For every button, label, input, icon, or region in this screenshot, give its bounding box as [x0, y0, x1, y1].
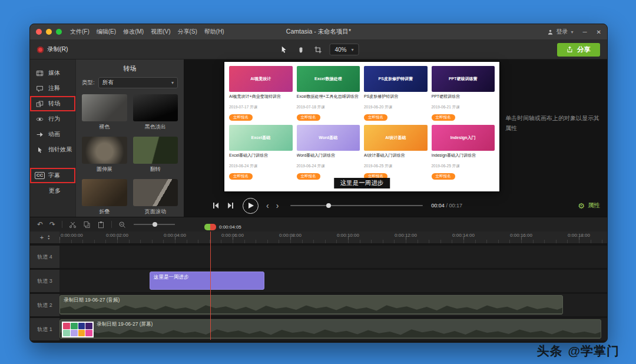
card-banner: PS皮肤修护特训营 — [364, 66, 428, 92]
properties-button[interactable]: ⚙ 属性 — [578, 201, 600, 210]
sidebar-item-animations[interactable]: 动画 — [30, 127, 75, 142]
chevron-down-icon: ▾ — [48, 237, 49, 240]
mac-close-button[interactable] — [36, 29, 42, 35]
sidebar-item-behaviors[interactable]: 行为 — [30, 111, 75, 127]
share-button[interactable]: 分享 — [557, 43, 600, 57]
card-cta: 立即报名 — [229, 114, 253, 121]
add-track-button[interactable]: + — [40, 234, 44, 241]
card-banner: Indesign入门 — [432, 125, 495, 151]
undo-button[interactable]: ↶ — [37, 221, 43, 228]
transition-item-page-roll[interactable]: 页面滚动 — [133, 179, 178, 216]
pointer-tool-icon[interactable] — [278, 44, 289, 55]
previous-clip-button[interactable]: ‹ — [263, 201, 273, 210]
minimize-button[interactable]: ─ — [583, 29, 587, 35]
transition-item-flip[interactable]: 翻转 — [133, 137, 178, 173]
tracks: 轨道 4 轨道 3 这里是一周进步 轨道 2 录制日期 19-06-27 (音频… — [30, 243, 607, 340]
gear-icon: ⚙ — [578, 202, 585, 210]
play-button[interactable] — [243, 198, 259, 214]
time-separator: / — [446, 203, 448, 209]
menu-modify[interactable]: 修改(M) — [123, 28, 144, 36]
step-back-button[interactable] — [208, 202, 223, 209]
transitions-panel: 转场 类型: 所有 ▾ 褪色 黑色淡出 — [75, 59, 184, 217]
playhead-handle[interactable]: 0:00:04:05 — [204, 224, 241, 230]
record-icon — [37, 47, 44, 53]
play-icon — [249, 203, 254, 209]
transition-thumbnail[interactable] — [133, 137, 178, 164]
copy-button[interactable] — [83, 221, 91, 229]
card-banner: AI设计基础 — [364, 125, 428, 151]
timeline-zoom-slider[interactable] — [134, 224, 175, 225]
track-header[interactable]: 轨道 3 — [30, 270, 59, 292]
ruler-row: + ▴▾ 0:00:00:00 0:00:02:00 0:00:04:00 0:… — [30, 231, 607, 243]
sidebar-item-label: 注释 — [48, 84, 60, 92]
close-button[interactable]: ✕ — [597, 29, 601, 35]
sidebar-item-captions[interactable]: CC 字幕 — [30, 168, 75, 183]
cut-button[interactable] — [69, 221, 77, 229]
playhead[interactable]: 0:00:04:05 — [210, 231, 211, 340]
menu-edit[interactable]: 编辑(E) — [97, 28, 116, 36]
audio-clip[interactable]: 录制日期 19-06-27 (音频) — [59, 295, 563, 315]
playhead-out-handle[interactable] — [210, 224, 216, 230]
transition-item-fade[interactable]: 褪色 — [82, 94, 127, 131]
track-header[interactable]: 轨道 4 — [30, 246, 59, 268]
sidebar-item-media[interactable]: 媒体 — [30, 65, 75, 81]
scrub-slider-knob[interactable] — [326, 203, 331, 208]
preview-canvas[interactable]: AI视觉设计 AI视觉设计+商业变现特训营 2019-07-17 开课 立即报名… — [224, 62, 499, 191]
transition-item-fade-black[interactable]: 黑色淡出 — [133, 94, 178, 131]
titlebar-right: 登录 ▾ ─ ✕ — [547, 28, 602, 36]
timeline-ruler[interactable]: 0:00:00:00 0:00:02:00 0:00:04:00 0:00:06… — [59, 231, 607, 243]
transition-thumbnail[interactable] — [133, 179, 178, 206]
transition-item-fold[interactable]: 折叠 — [82, 179, 127, 216]
ruler-label: 0:00:00:00 — [61, 233, 83, 238]
mac-zoom-button[interactable] — [56, 29, 62, 35]
menu-file[interactable]: 文件(F) — [70, 28, 90, 36]
paste-button[interactable] — [97, 221, 105, 229]
sidebar-item-cursor-effects[interactable]: 指针效果 — [30, 142, 75, 157]
login-button[interactable]: 登录 ▾ — [547, 28, 574, 36]
ruler-label: 0:00:04:00 — [164, 233, 186, 238]
share-label: 分享 — [577, 45, 591, 54]
screen-recording-clip[interactable]: 录制日期 19-06-27 (屏幕) — [59, 319, 601, 339]
menu-help[interactable]: 帮助(H) — [204, 28, 224, 36]
menu-share[interactable]: 分享(S) — [177, 28, 197, 36]
zoom-select[interactable]: 40% ▾ — [329, 44, 359, 55]
redo-button[interactable]: ↷ — [49, 221, 55, 228]
track-header[interactable]: 轨道 1 — [30, 318, 59, 340]
transition-thumbnail[interactable] — [82, 179, 127, 206]
menu-view[interactable]: 视图(V) — [151, 28, 170, 36]
transition-thumbnail[interactable] — [133, 94, 178, 121]
track-height-toggle[interactable]: ▴▾ — [48, 234, 49, 240]
transition-label: 黑色淡出 — [133, 123, 178, 131]
crop-tool-icon[interactable] — [312, 44, 323, 55]
mac-minimize-button[interactable] — [46, 29, 52, 35]
type-filter-dropdown[interactable]: 所有 ▾ — [98, 77, 178, 88]
caption-overlay[interactable]: 这里是一周进步 — [334, 178, 390, 188]
titlebar: 文件(F) 编辑(E) 修改(M) 视图(V) 分享(S) 帮助(H) Camt… — [30, 24, 607, 40]
track-header[interactable]: 轨道 2 — [30, 294, 59, 316]
toolbar-separator — [111, 221, 112, 228]
card-banner: Word基础 — [297, 125, 360, 151]
timeline-zoom-knob[interactable] — [153, 222, 157, 227]
scrub-slider[interactable] — [290, 205, 423, 206]
sidebar-item-more[interactable]: 更多 — [30, 183, 75, 198]
track-lane[interactable]: 这里是一周进步 — [59, 270, 607, 292]
transition-item-circle-stretch[interactable]: 圆伸展 — [82, 137, 127, 173]
track-lane[interactable]: 录制日期 19-06-27 (屏幕) — [59, 318, 607, 340]
track-lane[interactable]: 录制日期 19-06-27 (音频) — [59, 294, 607, 316]
zoom-out-magnifier-icon[interactable] — [118, 221, 126, 229]
pan-tool-icon[interactable] — [295, 44, 306, 55]
caption-clip[interactable]: 这里是一周进步 — [150, 272, 264, 290]
video-webpage-cards: AI视觉设计 AI视觉设计+商业变现特训营 2019-07-17 开课 立即报名… — [224, 62, 499, 180]
camtasia-window: 文件(F) 编辑(E) 修改(M) 视图(V) 分享(S) 帮助(H) Camt… — [29, 24, 608, 343]
sidebar-item-transitions[interactable]: 转场 — [30, 96, 75, 111]
card-banner: Excel数据处理 — [297, 66, 360, 92]
sidebar-item-annotations[interactable]: 注释 — [30, 81, 75, 96]
transition-thumbnail[interactable] — [82, 137, 127, 164]
playhead-in-handle[interactable] — [204, 224, 210, 230]
transition-thumbnail[interactable] — [82, 94, 127, 121]
track-lane[interactable] — [59, 246, 607, 268]
next-clip-button[interactable]: › — [273, 201, 283, 210]
card-title: Indesign基础入门训练营 — [432, 153, 495, 163]
step-forward-button[interactable] — [223, 202, 238, 209]
record-button[interactable]: 录制(R) — [37, 45, 68, 54]
